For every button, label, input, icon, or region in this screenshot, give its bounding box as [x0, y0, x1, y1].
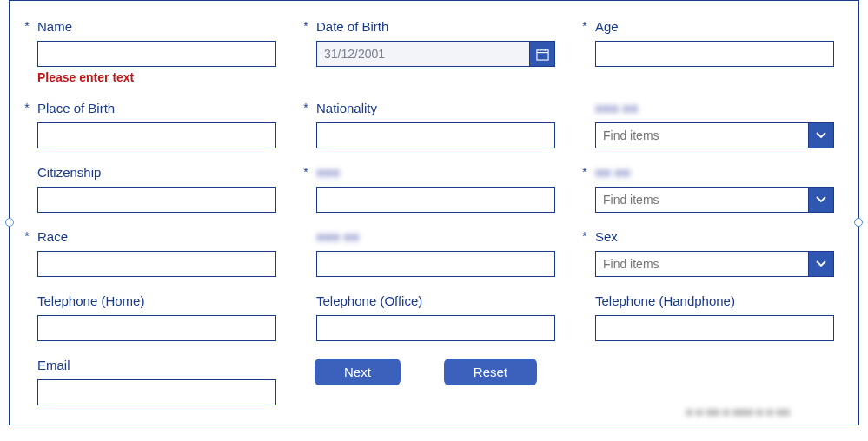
form-grid: * Name Please enter text * Date of Birth: [10, 1, 858, 414]
field-name: * Name Please enter text: [20, 16, 276, 84]
field-tel-home: * Telephone (Home): [20, 291, 276, 341]
field-pob: * Place of Birth: [20, 98, 276, 148]
calendar-button[interactable]: [529, 41, 555, 67]
field-label: Telephone (Office): [316, 293, 422, 308]
obscured1-dropdown[interactable]: [595, 122, 808, 148]
selection-handle-left[interactable]: [5, 218, 14, 227]
field-obscured-4: * ■■■ ■■: [299, 227, 555, 277]
field-label: Telephone (Handphone): [595, 293, 735, 308]
field-label-obscured: ■■■ ■■: [595, 101, 638, 115]
obscured4-input[interactable]: [316, 251, 555, 277]
name-input[interactable]: [37, 41, 276, 67]
dropdown-button[interactable]: [808, 122, 834, 148]
field-tel-office: * Telephone (Office): [299, 291, 555, 341]
field-label-obscured: ■■■: [316, 165, 340, 180]
field-nationality: * Nationality: [299, 98, 555, 148]
field-label: Race: [37, 229, 68, 244]
field-label: Name: [37, 19, 72, 34]
citizenship-input[interactable]: [37, 187, 276, 213]
field-label: Email: [37, 358, 70, 372]
field-label: Nationality: [316, 101, 377, 115]
field-sex: * Sex: [578, 227, 834, 277]
required-asterisk: *: [20, 102, 34, 114]
field-label: Date of Birth: [316, 19, 388, 34]
race-input[interactable]: [37, 251, 276, 277]
nationality-input[interactable]: [316, 122, 555, 148]
field-obscured-1: * ■■■ ■■: [578, 98, 834, 148]
field-label: Age: [595, 19, 619, 34]
field-obscured-2: * ■■■: [299, 162, 555, 213]
chevron-down-icon: [815, 260, 827, 268]
selection-handle-right[interactable]: [854, 218, 863, 227]
field-label-obscured: ■■ ■■: [595, 165, 630, 180]
chevron-down-icon: [815, 131, 827, 140]
required-asterisk: *: [20, 230, 34, 242]
tel-home-input[interactable]: [37, 315, 276, 341]
reset-button[interactable]: Reset: [444, 359, 537, 385]
footer-obscured-text: ■ ■ ■■ ■ ■■■ ■ ■ ■■: [686, 405, 790, 418]
required-asterisk: *: [299, 20, 313, 32]
pob-input[interactable]: [37, 122, 276, 148]
field-dob: * Date of Birth: [299, 16, 555, 84]
dob-input[interactable]: [316, 41, 529, 67]
required-asterisk: *: [578, 20, 592, 32]
field-obscured-3: * ■■ ■■: [578, 162, 834, 213]
field-age: * Age: [578, 16, 834, 84]
required-asterisk: *: [299, 102, 313, 114]
obscured3-dropdown[interactable]: [595, 187, 808, 213]
button-row: Next Reset: [299, 359, 555, 405]
field-label: Telephone (Home): [37, 293, 144, 308]
required-asterisk: *: [578, 230, 592, 242]
form-panel: * Name Please enter text * Date of Birth: [9, 0, 859, 425]
calendar-icon: [536, 48, 549, 61]
field-label: Place of Birth: [37, 101, 115, 115]
dropdown-button[interactable]: [808, 187, 834, 213]
email-input[interactable]: [37, 379, 276, 405]
chevron-down-icon: [815, 195, 827, 204]
field-label-obscured: ■■■ ■■: [316, 229, 359, 244]
field-race: * Race: [20, 227, 276, 277]
required-asterisk: *: [20, 20, 34, 32]
field-email: * Email: [20, 355, 276, 405]
tel-hp-input[interactable]: [595, 315, 834, 341]
required-asterisk: *: [299, 166, 313, 178]
obscured2-input[interactable]: [316, 187, 555, 213]
error-message: Please enter text: [37, 70, 276, 84]
sex-dropdown[interactable]: [595, 251, 808, 277]
tel-office-input[interactable]: [316, 315, 555, 341]
next-button[interactable]: Next: [315, 359, 401, 385]
field-label: Citizenship: [37, 165, 101, 180]
field-tel-hp: * Telephone (Handphone): [578, 291, 834, 341]
field-citizenship: * Citizenship: [20, 162, 276, 213]
field-label: Sex: [595, 229, 618, 244]
required-asterisk: *: [578, 166, 592, 178]
age-input[interactable]: [595, 41, 834, 67]
dropdown-button[interactable]: [808, 251, 834, 277]
svg-rect-0: [536, 49, 547, 59]
